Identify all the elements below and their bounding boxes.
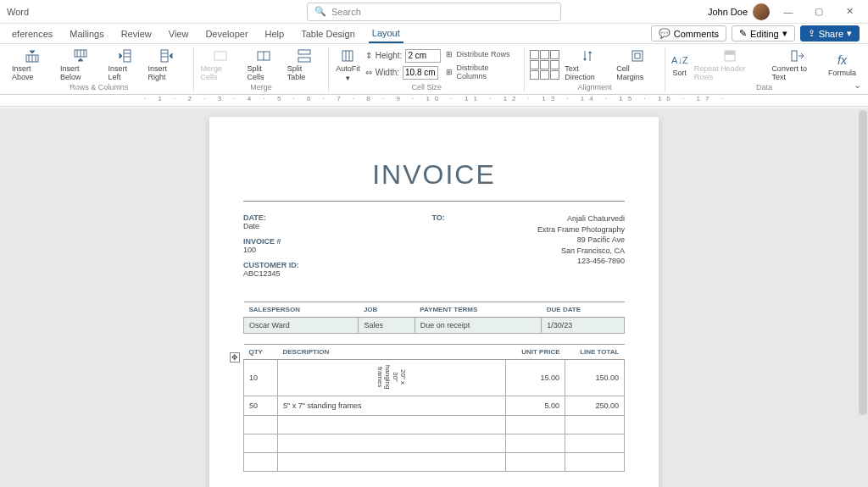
split-table-button[interactable]: Split Table <box>286 48 323 81</box>
width-icon: ⇔ <box>365 68 372 77</box>
invoice-no-label: INVOICE # <box>243 237 415 246</box>
group-alignment: Alignment <box>578 82 612 92</box>
col-payment: PAYMENT TERMS <box>415 302 542 318</box>
insert-below-button[interactable]: Insert Below <box>58 48 103 81</box>
col-salesperson: SALESPERSON <box>244 302 359 318</box>
insert-above-button[interactable]: Insert Above <box>10 48 55 81</box>
ribbon-collapse-icon[interactable]: ⌄ <box>854 80 861 91</box>
svg-rect-11 <box>161 50 168 62</box>
to-city: San Francisco, CA <box>445 246 625 257</box>
app-title: Word <box>7 7 29 17</box>
col-qty: QTY <box>244 345 278 360</box>
table-row[interactable] <box>244 453 625 472</box>
svg-rect-14 <box>214 52 226 60</box>
svg-rect-18 <box>298 58 310 62</box>
document-canvas: INVOICE DATE: Date INVOICE # 100 CUSTOME… <box>0 108 868 487</box>
chevron-down-icon: ▾ <box>847 28 852 39</box>
items-table[interactable]: QTY DESCRIPTION UNIT PRICE LINE TOTAL 10… <box>243 344 625 472</box>
tab-mailings[interactable]: Mailings <box>66 25 107 42</box>
search-placeholder: Search <box>331 7 361 17</box>
group-cell-size: Cell Size <box>411 82 442 92</box>
vertical-desc: 20" x 30" hanging frames <box>376 365 407 389</box>
tab-bar: eferences Mailings Review View Developer… <box>0 24 868 44</box>
maximize-button[interactable]: ▢ <box>807 0 831 24</box>
search-input[interactable]: 🔍 Search <box>307 3 561 21</box>
merge-cells-button: Merge Cells <box>199 48 242 81</box>
table-row[interactable]: 50 5" x 7" standing frames 5.00 250.00 <box>244 396 625 416</box>
svg-rect-17 <box>298 50 310 54</box>
invoice-no-value: 100 <box>243 246 415 254</box>
editing-button[interactable]: ✎Editing▾ <box>732 25 795 42</box>
to-company: Extra Frame Photography <box>445 224 625 235</box>
height-icon: ⇕ <box>365 51 372 60</box>
dist-cols-icon: ⊞ <box>446 68 453 76</box>
table-row[interactable]: Oscar Ward Sales Due on receipt 1/30/23 <box>244 318 625 334</box>
search-icon: 🔍 <box>314 6 326 17</box>
comments-button[interactable]: 💬Comments <box>651 25 726 42</box>
comments-icon: 💬 <box>659 28 670 39</box>
svg-rect-23 <box>635 53 640 58</box>
share-icon: ⇪ <box>808 28 815 39</box>
text-direction-button[interactable]: Text Direction <box>563 48 611 81</box>
autofit-button[interactable]: AutoFit▾ <box>334 48 362 82</box>
dist-rows-icon: ⊞ <box>446 50 453 58</box>
svg-rect-19 <box>342 51 353 61</box>
col-unit: UNIT PRICE <box>506 345 565 360</box>
tab-layout[interactable]: Layout <box>369 25 403 43</box>
table-row[interactable] <box>244 434 625 453</box>
svg-rect-25 <box>725 54 735 61</box>
share-button[interactable]: ⇪Share▾ <box>800 25 860 42</box>
convert-text-button[interactable]: Convert to Text <box>770 48 823 81</box>
alignment-grid[interactable] <box>530 50 559 80</box>
chevron-down-icon: ▾ <box>346 74 350 82</box>
date-value: Date <box>243 222 415 230</box>
svg-rect-24 <box>725 51 735 54</box>
tab-help[interactable]: Help <box>262 25 288 42</box>
ruler: · 1 · 2 · 3 · 4 · 5 · 6 · 7 · 8 · 9 · 10… <box>0 95 868 107</box>
col-desc: DESCRIPTION <box>278 345 506 360</box>
minimize-button[interactable]: — <box>776 0 800 24</box>
col-job: JOB <box>359 302 415 318</box>
distribute-cols-button[interactable]: ⊞Distribute Columns <box>444 63 519 81</box>
repeat-header-button: Repeat Header Rows <box>693 48 767 81</box>
col-total: LINE TOTAL <box>565 345 625 360</box>
user-area[interactable]: John Doe <box>708 3 770 20</box>
table-row[interactable]: 10 20" x 30" hanging frames 15.00 150.00 <box>244 360 625 396</box>
tab-developer[interactable]: Developer <box>202 25 251 42</box>
avatar <box>753 3 770 20</box>
tab-view[interactable]: View <box>165 25 192 42</box>
date-label: DATE: <box>243 213 415 222</box>
group-rows-cols: Rows & Columns <box>70 82 128 92</box>
close-button[interactable]: ✕ <box>837 0 861 24</box>
tab-references[interactable]: eferences <box>8 25 56 42</box>
order-info-table[interactable]: SALESPERSON JOB PAYMENT TERMS DUE DATE O… <box>243 302 625 334</box>
customer-id-value: ABC12345 <box>243 269 415 278</box>
height-input[interactable] <box>405 49 441 63</box>
table-row[interactable] <box>244 416 625 434</box>
ribbon: Insert Above Insert Below Insert Left In… <box>0 44 868 95</box>
formula-button[interactable]: fxFormula <box>826 53 858 77</box>
insert-left-button[interactable]: Insert Left <box>106 48 142 81</box>
page: INVOICE DATE: Date INVOICE # 100 CUSTOME… <box>209 117 659 487</box>
col-due: DUE DATE <box>542 302 625 318</box>
width-input[interactable] <box>403 66 438 80</box>
invoice-title: INVOICE <box>243 159 625 191</box>
table-move-handle[interactable]: ✥ <box>230 352 240 362</box>
user-name: John Doe <box>708 7 748 17</box>
tab-table-design[interactable]: Table Design <box>298 25 359 42</box>
split-cells-button[interactable]: Split Cells <box>246 48 282 81</box>
distribute-rows-button[interactable]: ⊞Distribute Rows <box>444 49 519 59</box>
svg-rect-8 <box>124 50 131 62</box>
width-row: ⇔ Width: <box>365 66 442 80</box>
sort-button[interactable]: A↓ZSort <box>670 53 689 77</box>
scrollbar[interactable] <box>859 110 867 415</box>
pencil-icon: ✎ <box>739 28 747 39</box>
to-label: TO: <box>432 213 445 267</box>
title-rule <box>243 201 625 202</box>
invoice-meta: DATE: Date INVOICE # 100 CUSTOMER ID: AB… <box>243 213 625 285</box>
to-phone: 123-456-7890 <box>445 256 625 267</box>
insert-right-button[interactable]: Insert Right <box>147 48 188 81</box>
cell-margins-button[interactable]: Cell Margins <box>615 48 659 81</box>
tab-review[interactable]: Review <box>118 25 155 42</box>
title-bar: Word 🔍 Search John Doe — ▢ ✕ <box>0 0 868 24</box>
